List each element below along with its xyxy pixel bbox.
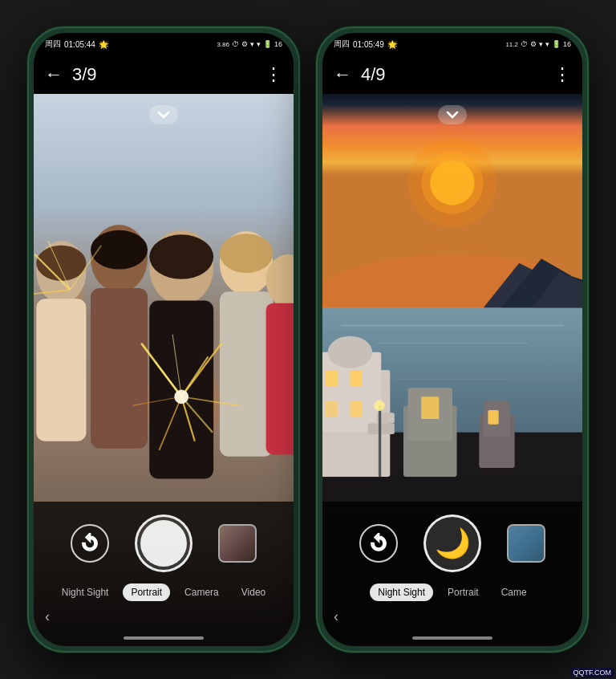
rotate-button-2[interactable] — [359, 524, 398, 563]
battery-icon-1: 🔋 — [263, 40, 272, 48]
phone-screen-2: 周四 01:05:49 🌟 11.2 ⏱ ⚙ ▾ ▾ 🔋 16 ← 4/9 — [322, 33, 582, 646]
svg-point-35 — [408, 138, 497, 227]
battery-num-2: 16 — [563, 40, 571, 48]
camera-controls-1: Night Sight Portrait Camera Video — [34, 502, 294, 646]
svg-rect-51 — [325, 401, 338, 417]
mode-tab-camera-1[interactable]: Camera — [176, 583, 227, 601]
nav-bottom-2[interactable]: ‹ — [334, 608, 338, 625]
svg-point-63 — [374, 400, 384, 411]
svg-rect-57 — [421, 396, 439, 419]
mode-tab-video-1[interactable]: Video — [233, 583, 274, 601]
svg-rect-60 — [488, 410, 498, 425]
status-data-1: 3.86 — [217, 41, 229, 48]
phone-screen-1: 周四 01:05:44 🌟 3.86 ⏱ ⚙ ▾ ▾ 🔋 16 ← 3/9 — [34, 33, 294, 646]
thumbnail-button-2[interactable] — [507, 524, 545, 563]
svg-point-31 — [174, 389, 188, 404]
status-left-1: 周四 01:05:44 🌟 — [45, 39, 108, 50]
signal-icon-1: ▾ — [257, 40, 261, 48]
home-indicator-2 — [412, 636, 492, 640]
battery-num-1: 16 — [274, 40, 282, 48]
status-icon-2: 🌟 — [387, 40, 397, 49]
battery-icon-2: 🔋 — [552, 40, 561, 48]
status-day-2: 周四 — [334, 39, 350, 50]
svg-point-11 — [149, 234, 213, 279]
svg-rect-49 — [325, 370, 338, 386]
status-data-2: 11.2 — [505, 41, 518, 48]
svg-point-8 — [91, 230, 148, 270]
wifi-icon-2: ▾ — [539, 40, 543, 48]
svg-rect-50 — [350, 370, 363, 386]
status-time-1: 01:05:44 — [64, 40, 95, 49]
shutter-button-2[interactable]: 🌙 — [424, 514, 481, 572]
mode-tabs-1: Night Sight Portrait Camera Video — [34, 583, 294, 601]
svg-rect-52 — [350, 401, 363, 417]
svg-point-14 — [220, 234, 274, 273]
camera-controls-2: 🌙 Night Sight Portrait Came — [322, 502, 582, 646]
nav-bottom-1[interactable]: ‹ — [45, 608, 50, 625]
home-indicator-1 — [124, 636, 204, 640]
status-bar-1: 周四 01:05:44 🌟 3.86 ⏱ ⚙ ▾ ▾ 🔋 16 — [34, 33, 294, 55]
photo-area-1: Night Sight Portrait Camera Video ‹ — [34, 94, 294, 646]
wifi-icon-1: ▾ — [250, 40, 254, 48]
photo-area-2: 🌙 Night Sight Portrait Came ‹ — [322, 94, 582, 646]
status-right-1: 3.86 ⏱ ⚙ ▾ ▾ 🔋 16 — [217, 40, 282, 48]
status-bar-2: 周四 01:05:49 🌟 11.2 ⏱ ⚙ ▾ ▾ 🔋 16 — [322, 33, 582, 55]
phone-frame-2: 周四 01:05:49 🌟 11.2 ⏱ ⚙ ▾ ▾ 🔋 16 ← 4/9 — [316, 26, 589, 653]
chevron-down-icon-1 — [157, 111, 170, 119]
status-settings-icon-2: ⚙ — [530, 40, 537, 48]
svg-rect-13 — [220, 291, 274, 456]
nav-title-2: 4/9 — [361, 64, 553, 85]
status-clock-icon: ⏱ — [232, 40, 239, 48]
svg-rect-16 — [266, 303, 294, 455]
svg-point-48 — [328, 336, 372, 368]
thumbnail-image-2 — [509, 526, 544, 561]
svg-rect-7 — [91, 288, 148, 449]
svg-rect-62 — [379, 405, 381, 477]
back-button-1[interactable]: ← — [45, 64, 63, 85]
nav-title-1: 3/9 — [72, 64, 265, 85]
chevron-down-icon-2 — [446, 111, 459, 119]
rotate-icon-1 — [79, 533, 100, 554]
mode-tab-portrait-2[interactable]: Portrait — [440, 583, 487, 601]
more-button-2[interactable]: ⋮ — [553, 64, 571, 85]
phone-2: 周四 01:05:49 🌟 11.2 ⏱ ⚙ ▾ ▾ 🔋 16 ← 4/9 — [316, 26, 589, 653]
svg-rect-53 — [368, 424, 395, 434]
mode-tabs-2: Night Sight Portrait Came — [322, 583, 582, 601]
shutter-inner-1 — [140, 520, 187, 567]
rotate-icon-2 — [368, 533, 389, 554]
thumbnail-button-1[interactable] — [218, 524, 257, 563]
status-left-2: 周四 01:05:49 🌟 — [334, 39, 397, 50]
mode-tab-portrait-1[interactable]: Portrait — [123, 583, 170, 601]
more-button-1[interactable]: ⋮ — [265, 64, 282, 85]
rotate-button-1[interactable] — [71, 524, 109, 563]
signal-icon-2: ▾ — [545, 40, 549, 48]
shutter-row-1 — [34, 514, 294, 572]
nav-bar-1: ← 3/9 ⋮ — [34, 55, 294, 94]
shutter-button-1[interactable] — [135, 514, 192, 572]
svg-rect-4 — [36, 299, 86, 441]
mode-tab-night-sight-2[interactable]: Night Sight — [370, 583, 433, 601]
mode-tab-camera-2[interactable]: Came — [493, 583, 535, 601]
phone-frame-1: 周四 01:05:44 🌟 3.86 ⏱ ⚙ ▾ ▾ 🔋 16 ← 3/9 — [27, 26, 300, 653]
shutter-row-2: 🌙 — [322, 514, 582, 572]
status-time-2: 01:05:49 — [353, 40, 384, 49]
back-button-2[interactable]: ← — [334, 64, 351, 85]
dropdown-button-1[interactable] — [149, 105, 178, 124]
status-clock-icon-2: ⏱ — [521, 40, 528, 48]
status-right-2: 11.2 ⏱ ⚙ ▾ ▾ 🔋 16 — [505, 40, 571, 48]
watermark: QQTF.COM — [570, 668, 615, 677]
thumbnail-image-1 — [220, 526, 255, 561]
dropdown-button-2[interactable] — [438, 105, 467, 124]
phone-1: 周四 01:05:44 🌟 3.86 ⏱ ⚙ ▾ ▾ 🔋 16 ← 3/9 — [27, 26, 300, 653]
mode-tab-night-sight-1[interactable]: Night Sight — [54, 583, 117, 601]
status-icon-1: 🌟 — [99, 40, 108, 49]
status-day-1: 周四 — [45, 39, 61, 50]
status-settings-icon: ⚙ — [241, 40, 248, 48]
nav-bar-2: ← 4/9 ⋮ — [322, 55, 582, 94]
